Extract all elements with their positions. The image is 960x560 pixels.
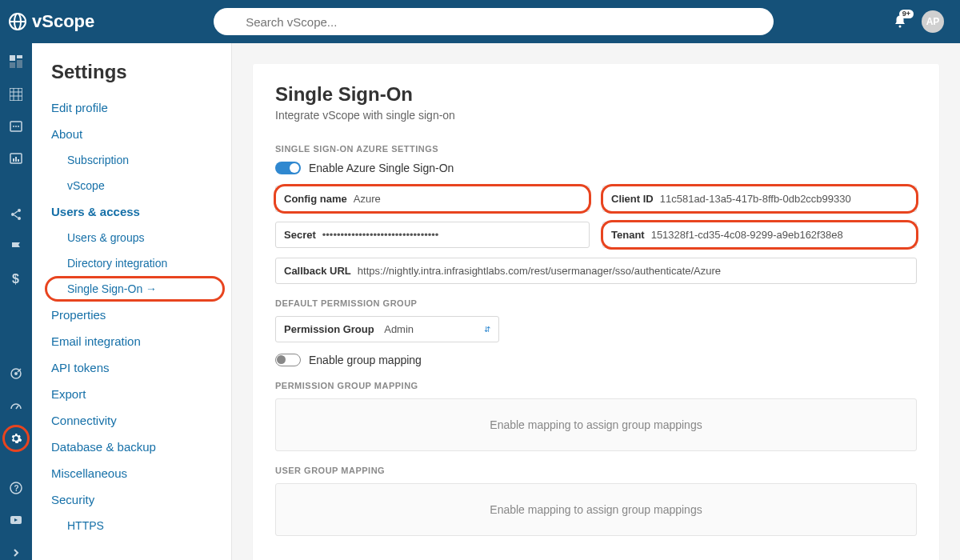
rail-flag-icon[interactable] — [8, 239, 24, 254]
enable-azure-row: Enable Azure Single Sign-On — [275, 162, 917, 174]
config-name-field[interactable]: Config name Azure — [275, 186, 590, 212]
svg-point-18 — [18, 126, 19, 127]
sso-panel: Single Sign-On Integrate vScope with sin… — [253, 64, 939, 560]
rail-dashboard-icon[interactable] — [8, 54, 24, 69]
sidebar-title: Settings — [32, 61, 231, 94]
brand-logo[interactable]: vScope — [8, 11, 94, 32]
nav-email-integration[interactable]: Email integration — [32, 328, 231, 354]
user-mapping-placeholder: Enable mapping to assign group mappings — [275, 483, 917, 536]
settings-sidebar: Settings Edit profile About Subscription… — [32, 43, 232, 560]
nav-about[interactable]: About — [32, 121, 231, 147]
nav-directory-integration[interactable]: Directory integration — [32, 250, 231, 276]
svg-point-16 — [13, 126, 14, 127]
svg-line-27 — [14, 215, 18, 218]
rail-help-icon[interactable]: ? — [8, 481, 24, 495]
nav-users-groups[interactable]: Users & groups — [32, 225, 231, 250]
rail-terminal-icon[interactable] — [8, 119, 24, 134]
svg-point-23 — [18, 209, 21, 212]
perm-mapping-placeholder: Enable mapping to assign group mappings — [275, 398, 917, 451]
svg-point-25 — [18, 217, 21, 220]
chevron-updown-icon: ⇵ — [484, 325, 490, 334]
nav-security[interactable]: Security — [32, 486, 231, 513]
section-azure-label: SINGLE SIGN-ON AZURE SETTINGS — [275, 144, 917, 154]
nav-users-access[interactable]: Users & access — [32, 198, 231, 225]
svg-rect-10 — [10, 88, 22, 101]
svg-rect-6 — [10, 55, 15, 61]
enable-azure-label: Enable Azure Single Sign-On — [309, 162, 454, 174]
enable-azure-toggle[interactable] — [275, 162, 301, 174]
section-default-group-label: DEFAULT PERMISSION GROUP — [275, 298, 917, 308]
rail-gauge-icon[interactable] — [8, 398, 24, 413]
client-id-field[interactable]: Client ID 11c581ad-13a5-417b-8ffb-0db2cc… — [602, 186, 917, 212]
svg-rect-8 — [17, 60, 22, 68]
permission-group-select[interactable]: Permission Group Admin ⇵ — [275, 316, 499, 342]
nav-miscellaneous[interactable]: Miscellaneous — [32, 460, 231, 486]
chevron-right-icon: → — [146, 282, 157, 295]
tenant-field[interactable]: Tenant 151328f1-cd35-4c08-9299-a9eb162f3… — [602, 222, 917, 248]
svg-text:$: $ — [12, 272, 19, 286]
page-subtitle: Integrate vScope with single sign-on — [275, 109, 917, 122]
page-title: Single Sign-On — [275, 83, 917, 106]
search-input[interactable] — [214, 8, 774, 35]
user-avatar[interactable]: AP — [922, 10, 944, 33]
search-wrap — [94, 8, 893, 35]
svg-point-24 — [11, 213, 14, 216]
nav-edit-profile[interactable]: Edit profile — [32, 94, 231, 121]
nav-export[interactable]: Export — [32, 381, 231, 407]
nav-api-tokens[interactable]: API tokens — [32, 354, 231, 381]
svg-rect-20 — [13, 158, 14, 162]
nav-connectivity[interactable]: Connectivity — [32, 407, 231, 434]
svg-point-30 — [14, 372, 18, 375]
rail-settings-icon[interactable] — [8, 430, 24, 445]
rail-target-icon[interactable] — [8, 366, 24, 381]
nav-database-backup[interactable]: Database & backup — [32, 434, 231, 460]
svg-rect-7 — [17, 55, 22, 58]
icon-rail: $ ? — [0, 43, 32, 560]
nav-vscope[interactable]: vScope — [32, 173, 231, 198]
section-user-mapping-label: USER GROUP MAPPING — [275, 466, 917, 475]
svg-point-5 — [899, 26, 902, 28]
nav-properties[interactable]: Properties — [32, 302, 231, 328]
rail-chart-icon[interactable] — [8, 151, 24, 166]
rail-dollar-icon[interactable]: $ — [8, 272, 24, 286]
svg-point-17 — [15, 126, 17, 127]
globe-icon — [8, 12, 27, 31]
nav-https[interactable]: HTTPS — [32, 513, 231, 538]
header-actions: 9+ AP — [893, 10, 944, 33]
svg-line-32 — [16, 406, 18, 409]
nav-single-sign-on[interactable]: Single Sign-On → — [32, 276, 231, 302]
secret-field[interactable]: Secret •••••••••••••••••••••••••••••••• — [275, 222, 590, 248]
rail-table-icon[interactable] — [8, 86, 24, 101]
notification-count-badge: 9+ — [899, 10, 914, 18]
svg-rect-21 — [15, 157, 17, 162]
svg-line-26 — [14, 211, 18, 214]
svg-rect-9 — [10, 62, 15, 68]
svg-text:?: ? — [14, 484, 19, 493]
svg-rect-22 — [18, 159, 19, 162]
section-perm-mapping-label: PERMISSION GROUP MAPPING — [275, 381, 917, 390]
app-header: vScope 9+ AP — [0, 0, 960, 43]
callback-url-field[interactable]: Callback URL https://nightly.intra.infra… — [275, 258, 917, 284]
rail-video-icon[interactable] — [8, 513, 24, 527]
enable-group-mapping-row: Enable group mapping — [275, 354, 917, 366]
gear-icon — [10, 432, 22, 445]
enable-group-mapping-label: Enable group mapping — [309, 354, 422, 366]
nav-subscription[interactable]: Subscription — [32, 147, 231, 173]
brand-text: vScope — [32, 11, 94, 32]
rail-expand-icon[interactable] — [8, 546, 24, 560]
enable-group-mapping-toggle[interactable] — [275, 354, 301, 366]
azure-fields-grid: Config name Azure Client ID 11c581ad-13a… — [275, 186, 917, 284]
main-content: Single Sign-On Integrate vScope with sin… — [232, 43, 960, 560]
rail-share-icon[interactable] — [8, 207, 24, 222]
notifications-button[interactable]: 9+ — [893, 14, 907, 29]
